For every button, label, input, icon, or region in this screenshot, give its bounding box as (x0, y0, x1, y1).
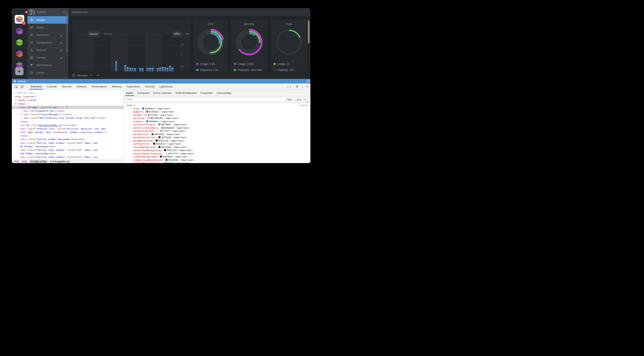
cpu-usage-bar[interactable] (159, 68, 161, 71)
styles-control-cls[interactable]: .cls (295, 98, 301, 101)
more-actions-icon[interactable]: ⋯ (12, 106, 14, 109)
sidebar-item-workloads[interactable]: Workloads (28, 31, 68, 39)
color-swatch[interactable] (164, 149, 166, 151)
dom-tree-row[interactable]: <div class="Tooltip right hidden" style=… (12, 141, 124, 145)
devtools-tab-network[interactable]: Network (74, 84, 89, 90)
cpu-usage-bar[interactable] (139, 68, 141, 71)
color-swatch[interactable] (144, 114, 147, 116)
dom-tree-row[interactable]: 95.4375px;">minikube</div> (12, 145, 124, 148)
sidebar-item-nodes[interactable]: Nodes (28, 24, 68, 31)
dom-tree-row[interactable]: <!DOCTYPE html> (12, 91, 124, 95)
metric-toggle-cpu[interactable]: CPU (172, 31, 182, 37)
color-swatch[interactable] (146, 110, 148, 113)
dom-tree-row[interactable]: ▼<body> (12, 102, 124, 106)
style-source-link[interactable]: <style> (299, 104, 308, 107)
cpu-usage-bar[interactable] (132, 68, 134, 71)
cpu-usage-bar[interactable] (115, 61, 117, 71)
device-toolbar-icon[interactable] (20, 85, 24, 88)
cpu-usage-bar[interactable] (127, 67, 129, 71)
cpu-usage-bar[interactable] (172, 68, 174, 71)
sidebar-item-storage[interactable]: Storage (28, 54, 68, 61)
devtools-tab-sources[interactable]: Sources (59, 84, 74, 90)
color-swatch[interactable] (152, 133, 154, 135)
color-swatch[interactable] (165, 159, 168, 161)
dom-tree-row[interactable]: ⋯▼<div id="app" class="is-mac"> == $0 (12, 106, 124, 109)
breadcrumb-item[interactable]: body (21, 160, 28, 163)
cpu-usage-bar[interactable] (124, 65, 126, 71)
sidebar-item-namespaces[interactable]: Namespaces (28, 61, 68, 69)
css-variable-row[interactable]: --layoutBackground: #2e3136 !important; (124, 146, 310, 149)
color-swatch[interactable] (146, 120, 148, 123)
devtools-tab-memory[interactable]: Memory (110, 84, 124, 90)
color-swatch[interactable] (157, 130, 159, 132)
dom-tree-row[interactable]: <div id="draggable-top"></div> (12, 109, 124, 113)
devtools-tab-elements[interactable]: Elements (28, 84, 44, 90)
cluster-icon[interactable] (15, 38, 24, 47)
styles-subtab-properties[interactable]: Properties (199, 90, 215, 96)
breadcrumb-item[interactable]: html (14, 160, 20, 163)
add-cluster-button[interactable]: + (15, 67, 24, 75)
sidebar-item-cluster[interactable]: Cluster (28, 16, 68, 24)
css-variable-row[interactable]: --magenta: #c93dce !important; (124, 110, 310, 114)
breadcrumb-item[interactable]: div#app.is-mac (30, 160, 48, 163)
color-swatch[interactable] (147, 117, 150, 119)
styles-subtab-styles[interactable]: Styles (124, 90, 135, 96)
cpu-usage-bar[interactable] (129, 68, 131, 71)
color-swatch[interactable] (158, 146, 160, 148)
main-scrollbar[interactable] (308, 20, 310, 43)
dom-tree-row[interactable]: <div class="terminal-init" style="positi… (12, 127, 124, 131)
devtools-tab-lighthouse[interactable]: Lighthouse (157, 84, 175, 90)
css-variable-row[interactable]: --textColorAccent: #ffffff !important; (124, 130, 310, 133)
devtools-tab-console[interactable]: Console (44, 84, 59, 90)
kebab-menu-icon[interactable]: ⋮ (301, 85, 304, 88)
color-swatch[interactable] (153, 143, 155, 145)
inspect-element-icon[interactable] (14, 85, 18, 88)
cpu-usage-bar[interactable] (162, 67, 164, 71)
terminal-close-icon[interactable]: × (90, 72, 92, 79)
cpu-usage-bar[interactable] (142, 68, 144, 71)
dom-tree-row[interactable]: left: 0px; height: 0px; visibility: hidd… (12, 131, 124, 134)
css-variable-row[interactable]: --borderColor: #4c5053 !important; (124, 133, 310, 136)
help-button[interactable]: ? (306, 80, 310, 83)
terminal-tab[interactable]: Terminal (77, 72, 87, 79)
css-variable-row[interactable]: --textColorPrimary: #87909c !important; (124, 123, 310, 126)
styles-control-hov[interactable]: :hov (286, 98, 292, 101)
cpu-usage-bar[interactable] (149, 68, 151, 71)
dom-tree-row[interactable]: <script src="/build/LensDev.js"></script… (12, 124, 124, 127)
node-toggle-master[interactable]: Master (88, 31, 100, 37)
cluster-icon[interactable] (15, 27, 24, 35)
devtools-close-icon[interactable]: × (306, 85, 308, 89)
dom-tree-row[interactable]: ▶<head>…</head> (12, 98, 124, 102)
dom-tree-row[interactable]: </div> (12, 120, 124, 124)
cpu-usage-bar[interactable] (157, 68, 158, 71)
dom-tree-row[interactable]: <html lang="en"> (12, 95, 124, 98)
namespace-label[interactable]: default (18, 80, 26, 83)
css-variable-row[interactable]: --mainBackground: #1e2124 !important; (124, 139, 310, 143)
dom-tree-row[interactable]: <div class="Notifications flex column al… (12, 116, 124, 120)
terminal-add-icon[interactable]: + (97, 72, 99, 79)
node-toggle-worker[interactable]: Worker (102, 31, 114, 37)
styles-control-[interactable]: + (304, 98, 306, 101)
styles-subtab-accessibility[interactable]: Accessibility (215, 90, 233, 96)
color-swatch[interactable] (158, 136, 160, 138)
sidebar-scrollbar[interactable] (66, 11, 68, 52)
color-swatch[interactable] (156, 140, 158, 142)
devtools-tab-security[interactable]: Security (142, 84, 157, 90)
dom-tree-row[interactable]: <div class="Tooltip hidden">minikube-tes… (12, 138, 124, 141)
css-variable-row[interactable]: --layoutTabsActiveColor: #ffffff !import… (124, 152, 310, 156)
dom-tree-row[interactable]: <div class="Tooltip right hidden" style=… (12, 148, 124, 152)
expand-arrow-icon[interactable]: ▶ (15, 98, 16, 102)
cpu-usage-bar[interactable] (164, 67, 166, 71)
css-selector[interactable]: :root { (126, 104, 135, 107)
maximize-window-button[interactable] (12, 11, 12, 13)
css-variable-row[interactable]: --textColorSecondary: #a0a0a0 !important… (124, 126, 310, 130)
dom-tree-row[interactable]: ▶<div class="ClusterManager">…</div> (12, 113, 124, 116)
color-swatch[interactable] (158, 123, 160, 126)
cpu-usage-bar[interactable] (147, 68, 148, 71)
color-swatch[interactable] (161, 127, 164, 129)
css-variable-row[interactable]: --blue: #3d90ce !important; (124, 107, 310, 110)
css-variable-row[interactable]: --sidebarActiveColor: #ffffff !important… (124, 162, 310, 163)
sidebar-item-network[interactable]: Network (28, 46, 68, 54)
color-swatch[interactable] (160, 156, 162, 158)
styles-filter-input[interactable]: Filter (125, 97, 286, 102)
